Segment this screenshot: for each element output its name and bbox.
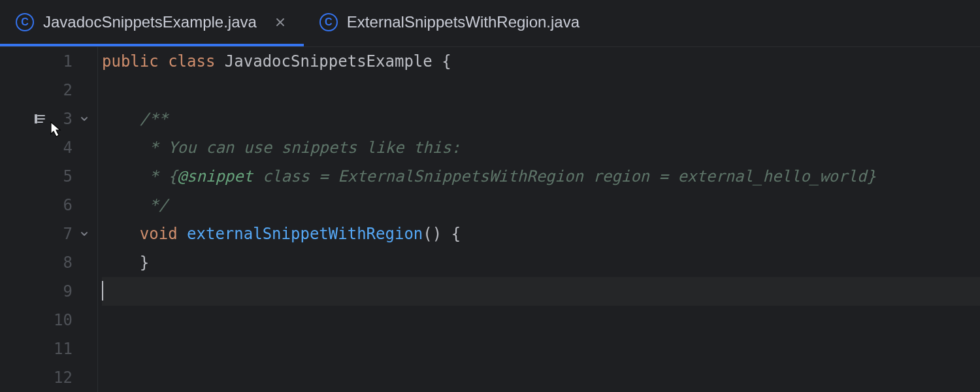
close-icon[interactable] (272, 14, 288, 30)
code-line: * You can use snippets like this: (102, 133, 980, 162)
chevron-down-icon[interactable] (79, 229, 90, 239)
tab-javadoc-snippets-example[interactable]: C JavadocSnippetsExample.java (0, 0, 304, 46)
code-line: * {@snippet class = ExternalSnippetsWith… (102, 162, 980, 191)
code-area[interactable]: public class JavadocSnippetsExample { /*… (98, 47, 980, 392)
chevron-down-icon[interactable] (79, 114, 90, 124)
code-line: /** (102, 105, 980, 133)
toggle-rendered-view-icon[interactable] (33, 112, 46, 125)
line-number[interactable]: 3 (53, 105, 73, 133)
code-line (102, 306, 980, 335)
code-editor: 1 2 3 4 5 6 7 8 9 10 11 12 public class … (0, 47, 980, 392)
tab-label: ExternalSnippetsWithRegion.java (347, 13, 580, 31)
line-number[interactable]: 1 (53, 47, 73, 76)
line-number[interactable]: 12 (53, 363, 73, 392)
line-number[interactable]: 2 (53, 76, 73, 105)
code-line: public class JavadocSnippetsExample { (102, 47, 980, 76)
line-number[interactable]: 10 (53, 306, 73, 335)
line-number[interactable]: 6 (53, 191, 73, 220)
code-line (102, 363, 980, 392)
class-icon: C (319, 13, 338, 31)
tab-label: JavadocSnippetsExample.java (43, 13, 257, 31)
code-line-current (102, 277, 980, 306)
class-icon: C (16, 13, 34, 31)
line-number[interactable]: 4 (53, 133, 73, 162)
tab-external-snippets-with-region[interactable]: C ExternalSnippetsWithRegion.java (304, 0, 595, 46)
code-line (102, 76, 980, 105)
line-number[interactable]: 7 (53, 220, 73, 248)
gutter: 1 2 3 4 5 6 7 8 9 10 11 12 (0, 47, 98, 392)
code-line: } (102, 248, 980, 277)
line-number[interactable]: 11 (53, 335, 73, 363)
caret (102, 281, 103, 301)
tab-bar: C JavadocSnippetsExample.java C External… (0, 0, 980, 47)
line-number[interactable]: 5 (53, 162, 73, 191)
code-line (102, 335, 980, 363)
code-line: */ (102, 191, 980, 220)
code-line: void externalSnippetWithRegion() { (102, 220, 980, 248)
line-number[interactable]: 8 (53, 248, 73, 277)
line-number[interactable]: 9 (53, 277, 73, 306)
